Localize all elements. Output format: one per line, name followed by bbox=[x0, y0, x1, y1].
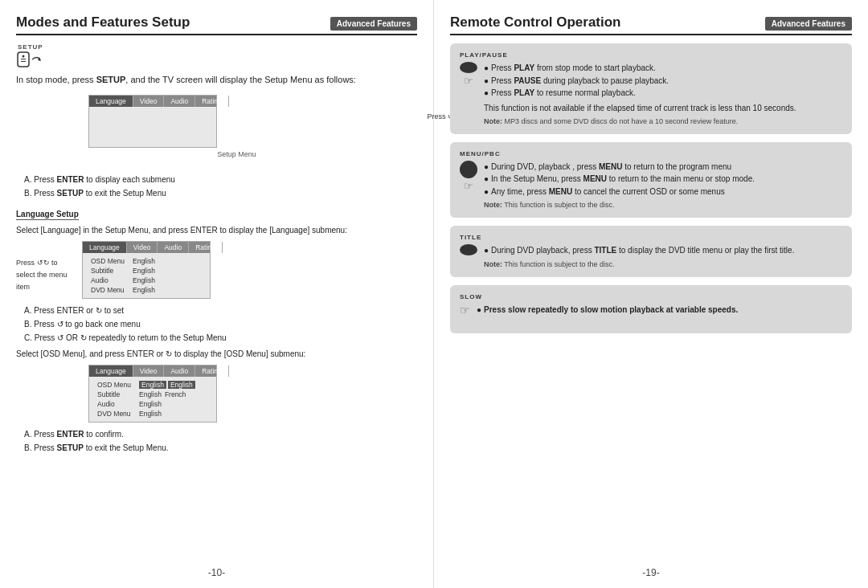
right-page-number: -19- bbox=[642, 567, 659, 578]
instructions-2: A. Press ENTER or ↻ to set B. Press ↺ to… bbox=[24, 304, 417, 345]
menu-row-subtitle: Subtitle English bbox=[88, 266, 205, 276]
rc-section-slow: SLOW ☞ ●Press slow repeatedly to slow mo… bbox=[450, 285, 852, 333]
osd-select-text: Select [OSD Menu], and press ENTER or ↻ … bbox=[16, 348, 417, 360]
menu-body-2: OSD Menu English Subtitle English Audio … bbox=[83, 253, 210, 298]
play-pause-hand-icon: ☞ bbox=[464, 75, 473, 87]
menu-row3-subtitle: Subtitle English French bbox=[94, 390, 211, 399]
rc-label-play-pause: PLAY/PAUSE bbox=[460, 51, 842, 59]
setup-remote-icon bbox=[16, 51, 43, 68]
left-page: Modes and Features Setup Advanced Featur… bbox=[0, 0, 434, 588]
svg-rect-2 bbox=[21, 59, 26, 59]
mpbc-note: Note: This function is subject to the di… bbox=[484, 200, 842, 211]
rc-icons-play-pause: ☞ bbox=[460, 62, 477, 87]
right-title: Remote Control Operation bbox=[450, 14, 765, 31]
rc-icons-menu-pbc: ☞ bbox=[460, 161, 477, 192]
left-badge: Advanced Features bbox=[330, 17, 417, 31]
language-select-text: Select [Language] in the Setup Menu, and… bbox=[16, 224, 417, 236]
mpbc-bullet-2: ●In the Setup Menu, press MENU to return… bbox=[484, 173, 842, 186]
tab-video-1: Video bbox=[133, 96, 165, 107]
press-arrows-left: Press ↺↻ to select the menu item bbox=[16, 257, 74, 294]
instructions-1: A. Press ENTER to display each submenu B… bbox=[24, 173, 417, 200]
rc-label-slow: SLOW bbox=[460, 293, 842, 300]
slow-bullet-1: ●Press slow repeatedly to slow motion pl… bbox=[477, 304, 842, 316]
tab-audio-3: Audio bbox=[164, 365, 195, 377]
pp-bullet-3: ●Press PLAY to resume normal playback. bbox=[484, 87, 842, 100]
menu-row3-audio: Audio English bbox=[94, 399, 211, 409]
menu-caption-1: Setup Menu bbox=[56, 150, 417, 158]
svg-rect-3 bbox=[21, 61, 26, 62]
menu-row-dvd: DVD Menu English bbox=[88, 285, 205, 295]
tab-rating-1: Rating bbox=[195, 96, 229, 107]
instructions-3: A. Press ENTER to confirm. B. Press SETU… bbox=[24, 427, 417, 455]
menu-pbc-circle-icon bbox=[460, 161, 477, 178]
title-note: Note: This function is subject to the di… bbox=[484, 259, 842, 271]
rc-icons-title bbox=[460, 244, 477, 255]
rc-section-title: TITLE ●During DVD playback, press TITLE … bbox=[450, 226, 852, 276]
menu-screenshot-3: Language Video Audio Rating OSD Menu Eng… bbox=[88, 365, 217, 423]
intro-text: In stop mode, press SETUP, and the TV sc… bbox=[16, 73, 417, 87]
rc-icons-slow: ☞ bbox=[460, 304, 470, 316]
rc-text-title: ●During DVD playback, press TITLE to dis… bbox=[484, 244, 842, 270]
title-button-icon bbox=[460, 244, 477, 255]
pp-bullet-4: This function is not available if the el… bbox=[484, 102, 842, 115]
menu-screenshot-1: Language Video Audio Rating bbox=[88, 95, 217, 148]
rc-content-play-pause: ☞ ●Press PLAY from stop mode to start pl… bbox=[460, 62, 842, 128]
setup-label: SETUP bbox=[18, 43, 43, 51]
rc-text-slow: ●Press slow repeatedly to slow motion pl… bbox=[477, 304, 842, 316]
mpbc-bullet-3: ●Any time, press MENU to cancel the curr… bbox=[484, 186, 842, 198]
menu-body-3: OSD Menu English English Subtitle Englis… bbox=[89, 377, 216, 422]
slow-hand-icon: ☞ bbox=[460, 304, 470, 316]
tab-language-1: Language bbox=[89, 96, 133, 107]
menu-screenshot-2-wrap: Press ↺↻ to select the menu item Languag… bbox=[16, 241, 417, 299]
svg-point-1 bbox=[23, 55, 25, 58]
tab-language-2: Language bbox=[83, 242, 127, 253]
mpbc-bullet-1: ●During DVD, playback , press MENU to re… bbox=[484, 161, 842, 174]
rc-label-menu-pbc: MENU/PBC bbox=[460, 150, 842, 157]
title-bullet-1: ●During DVD playback, press TITLE to dis… bbox=[484, 244, 842, 257]
rc-section-menu-pbc: MENU/PBC ☞ ●During DVD, playback , press… bbox=[450, 142, 852, 218]
menu-tabs-1: Language Video Audio Rating bbox=[89, 96, 216, 107]
pp-bullet-2: ●Press PAUSE during playback to pause pl… bbox=[484, 75, 842, 88]
menu-row-audio: Audio English bbox=[88, 276, 205, 285]
tab-audio-1: Audio bbox=[164, 96, 195, 107]
tab-rating-2: Rating bbox=[189, 242, 223, 253]
menu-screenshot-1-wrap: Language Video Audio Rating Setup Menu P… bbox=[56, 95, 417, 158]
left-title: Modes and Features Setup bbox=[16, 14, 330, 31]
right-badge: Advanced Features bbox=[765, 17, 852, 31]
menu-row3-osd: OSD Menu English English bbox=[94, 380, 211, 390]
menu-screenshot-3-wrap: Language Video Audio Rating OSD Menu Eng… bbox=[56, 365, 417, 423]
rc-content-title: ●During DVD playback, press TITLE to dis… bbox=[460, 244, 842, 270]
tab-rating-3: Rating bbox=[195, 365, 229, 377]
menu-row-osd: OSD Menu English bbox=[88, 256, 205, 266]
pp-bullet-1: ●Press PLAY from stop mode to start play… bbox=[484, 62, 842, 75]
rc-text-menu-pbc: ●During DVD, playback , press MENU to re… bbox=[484, 161, 842, 211]
tab-language-3: Language bbox=[89, 365, 133, 377]
rc-text-play-pause: ●Press PLAY from stop mode to start play… bbox=[484, 62, 842, 128]
menu-row3-dvd: DVD Menu English bbox=[94, 409, 211, 419]
menu-pbc-hand-icon: ☞ bbox=[464, 180, 473, 192]
left-header: Modes and Features Setup Advanced Featur… bbox=[16, 14, 417, 35]
tab-video-2: Video bbox=[127, 242, 158, 253]
tab-video-3: Video bbox=[133, 365, 165, 377]
menu-tabs-3: Language Video Audio Rating bbox=[89, 365, 216, 377]
right-page: Remote Control Operation Advanced Featur… bbox=[434, 0, 868, 588]
setup-icon-block: SETUP bbox=[16, 43, 417, 68]
play-pause-button-icon bbox=[460, 62, 477, 73]
rc-section-play-pause: PLAY/PAUSE ☞ ●Press PLAY from stop mode … bbox=[450, 43, 852, 134]
language-setup-label: Language Setup bbox=[16, 210, 79, 220]
rc-label-title: TITLE bbox=[460, 234, 842, 241]
rc-content-menu-pbc: ☞ ●During DVD, playback , press MENU to … bbox=[460, 161, 842, 211]
right-header: Remote Control Operation Advanced Featur… bbox=[450, 14, 852, 35]
menu-tabs-2: Language Video Audio Rating bbox=[83, 242, 210, 253]
menu-screenshot-2: Language Video Audio Rating OSD Menu Eng… bbox=[82, 241, 211, 299]
rc-content-slow: ☞ ●Press slow repeatedly to slow motion … bbox=[460, 304, 842, 316]
left-page-number: -10- bbox=[208, 567, 225, 578]
menu-body-1 bbox=[89, 107, 216, 147]
tab-audio-2: Audio bbox=[158, 242, 189, 253]
pp-note: Note: MP3 discs and some DVD discs do no… bbox=[484, 116, 842, 128]
